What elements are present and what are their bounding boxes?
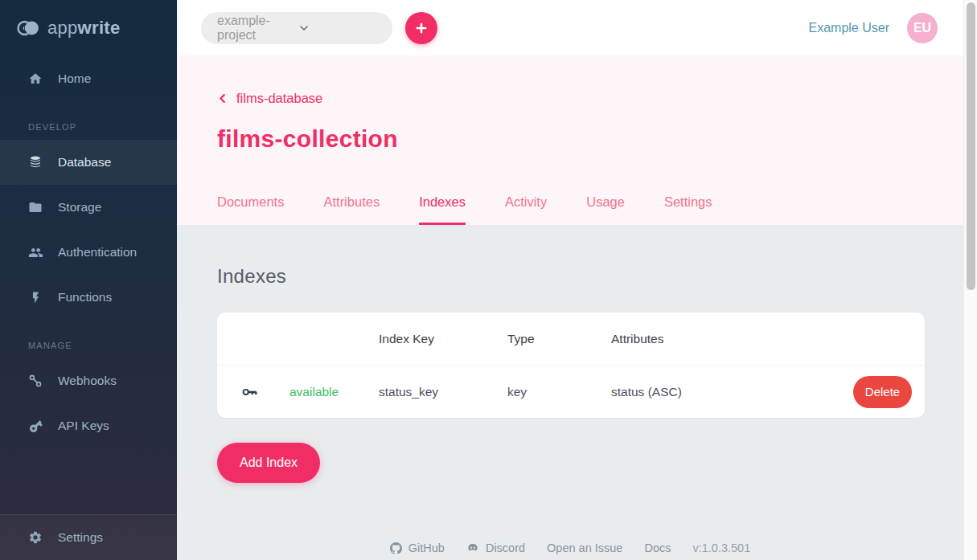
sidebar-spacer [0, 448, 177, 514]
breadcrumb[interactable]: films-database [217, 55, 322, 106]
appwrite-logo-text: appwrite [47, 18, 120, 39]
sidebar-item-label: Database [58, 155, 111, 170]
sidebar-item-api-keys[interactable]: API Keys [0, 403, 177, 448]
cell-index-key: status_key [379, 385, 507, 399]
open-issue-link[interactable]: Open an Issue [547, 542, 622, 554]
project-selector-value: example-project [217, 14, 298, 43]
breadcrumb-label: films-database [236, 91, 322, 106]
page-scrollbar[interactable] [963, 0, 977, 560]
folder-icon [27, 199, 43, 215]
table-row: available status_key key status (ASC) De… [217, 365, 925, 418]
tab-attributes[interactable]: Attributes [323, 194, 380, 225]
github-icon [390, 542, 402, 554]
sidebar-item-label: Settings [58, 530, 103, 545]
table-header-row: Index Key Type Attributes [217, 313, 925, 365]
discord-label: Discord [486, 542, 525, 554]
tab-usage[interactable]: Usage [586, 194, 625, 225]
gear-icon [27, 529, 43, 546]
users-icon [27, 244, 43, 260]
sidebar-item-home[interactable]: Home [0, 56, 177, 101]
sidebar-item-settings[interactable]: Settings [0, 514, 177, 560]
topbar: example-project Example User EU [177, 0, 963, 55]
cell-type: key [507, 385, 611, 399]
sidebar-item-label: Storage [58, 200, 101, 215]
content-area: Indexes Index Key Type Attributes a [177, 225, 963, 560]
status-badge: available [289, 385, 379, 399]
appwrite-logo[interactable]: appwrite [0, 0, 177, 56]
chevron-down-icon [298, 22, 378, 35]
sidebar-section-manage: MANAGE [0, 320, 177, 358]
sidebar-item-authentication[interactable]: Authentication [0, 230, 177, 275]
github-label: GitHub [408, 542, 445, 554]
add-project-button[interactable] [405, 12, 437, 44]
home-icon [27, 71, 43, 87]
plus-icon [414, 21, 429, 35]
tab-indexes[interactable]: Indexes [419, 194, 466, 225]
sidebar-item-label: API Keys [58, 419, 109, 433]
sidebar-item-functions[interactable]: Functions [0, 275, 177, 320]
appwrite-logo-icon [16, 18, 40, 38]
sidebar-item-label: Webhooks [58, 374, 117, 388]
col-index-key: Index Key [379, 332, 507, 346]
version-label: v:1.0.3.501 [692, 542, 750, 554]
sidebar: appwrite Home DEVELOP Database Storage A… [0, 0, 177, 560]
docs-link[interactable]: Docs [644, 542, 671, 554]
collection-header: films-database films-collection Document… [177, 55, 963, 225]
chevron-left-icon [217, 92, 236, 104]
tab-bar: Documents Attributes Indexes Activity Us… [217, 194, 712, 225]
scrollbar-thumb[interactable] [967, 2, 975, 290]
github-link[interactable]: GitHub [390, 542, 445, 554]
sidebar-item-webhooks[interactable]: Webhooks [0, 358, 177, 403]
add-index-button[interactable]: Add Index [217, 443, 320, 483]
sidebar-item-storage[interactable]: Storage [0, 185, 177, 230]
col-type: Type [507, 332, 611, 346]
sidebar-item-label: Authentication [58, 245, 137, 260]
main-area: films-database films-collection Document… [177, 55, 963, 560]
lightning-icon [27, 289, 43, 305]
page-title: films-collection [217, 122, 963, 156]
cell-attributes: status (ASC) [611, 385, 841, 399]
discord-link[interactable]: Discord [466, 542, 525, 554]
col-attributes: Attributes [611, 332, 841, 346]
database-icon [27, 154, 43, 170]
key-icon [27, 418, 43, 434]
sidebar-item-label: Home [58, 72, 91, 86]
tab-activity[interactable]: Activity [505, 194, 547, 225]
link-icon [27, 373, 43, 389]
delete-button[interactable]: Delete [853, 376, 912, 408]
user-profile-link[interactable]: Example User [809, 21, 889, 35]
footer: GitHub Discord Open an Issue Docs v:1.0.… [177, 538, 963, 558]
tab-documents[interactable]: Documents [217, 194, 284, 225]
sidebar-section-develop: DEVELOP [0, 101, 177, 140]
discord-icon [466, 542, 479, 554]
tab-settings[interactable]: Settings [664, 194, 712, 225]
key-icon [241, 383, 289, 401]
avatar[interactable]: EU [907, 13, 938, 43]
project-selector[interactable]: example-project [201, 12, 392, 44]
sidebar-item-label: Functions [58, 290, 112, 305]
sidebar-item-database[interactable]: Database [0, 140, 177, 185]
section-heading: Indexes [217, 225, 925, 288]
indexes-table: Index Key Type Attributes available stat… [217, 313, 925, 418]
